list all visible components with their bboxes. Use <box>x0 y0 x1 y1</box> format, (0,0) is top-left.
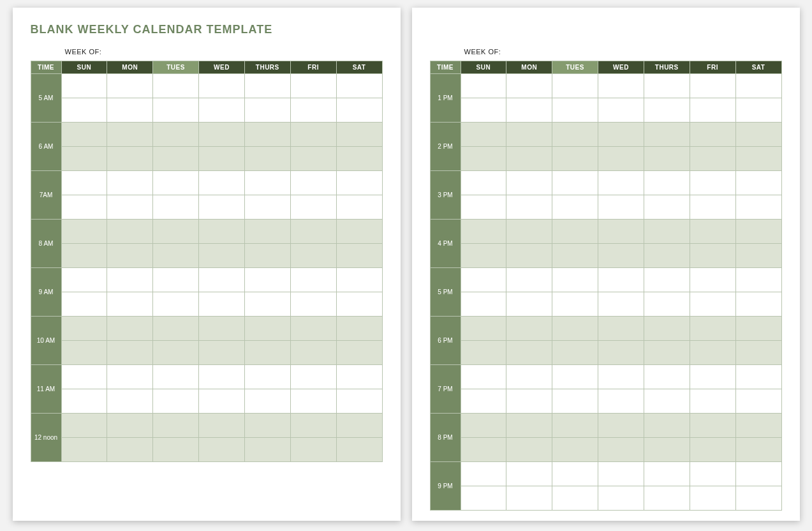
slot[interactable] <box>199 220 245 244</box>
slot[interactable] <box>506 244 552 268</box>
slot[interactable] <box>61 292 107 317</box>
slot[interactable] <box>61 195 107 220</box>
slot[interactable] <box>244 438 290 462</box>
slot[interactable] <box>690 414 735 438</box>
slot[interactable] <box>290 389 336 414</box>
slot[interactable] <box>336 292 382 317</box>
slot[interactable] <box>506 341 552 365</box>
slot[interactable] <box>153 195 199 220</box>
slot[interactable] <box>461 486 506 511</box>
slot[interactable] <box>598 292 644 317</box>
slot[interactable] <box>598 220 644 244</box>
slot[interactable] <box>598 98 644 123</box>
slot[interactable] <box>690 98 735 123</box>
slot[interactable] <box>199 147 245 171</box>
slot[interactable] <box>644 171 690 195</box>
slot[interactable] <box>461 268 506 292</box>
slot[interactable] <box>153 438 199 462</box>
slot[interactable] <box>690 317 735 341</box>
slot[interactable] <box>107 341 153 365</box>
slot[interactable] <box>552 195 598 220</box>
slot[interactable] <box>290 365 336 389</box>
slot[interactable] <box>461 317 506 341</box>
slot[interactable] <box>552 389 598 414</box>
slot[interactable] <box>107 74 153 98</box>
slot[interactable] <box>506 147 552 171</box>
slot[interactable] <box>107 171 153 195</box>
slot[interactable] <box>644 414 690 438</box>
slot[interactable] <box>461 147 506 171</box>
slot[interactable] <box>552 365 598 389</box>
slot[interactable] <box>461 220 506 244</box>
slot[interactable] <box>735 389 781 414</box>
slot[interactable] <box>153 147 199 171</box>
slot[interactable] <box>506 414 552 438</box>
slot[interactable] <box>153 220 199 244</box>
slot[interactable] <box>199 365 245 389</box>
slot[interactable] <box>552 438 598 462</box>
slot[interactable] <box>61 74 107 98</box>
slot[interactable] <box>506 292 552 317</box>
slot[interactable] <box>690 123 735 147</box>
slot[interactable] <box>598 341 644 365</box>
slot[interactable] <box>690 292 735 317</box>
slot[interactable] <box>107 195 153 220</box>
slot[interactable] <box>598 268 644 292</box>
slot[interactable] <box>61 414 107 438</box>
slot[interactable] <box>107 244 153 268</box>
slot[interactable] <box>461 438 506 462</box>
slot[interactable] <box>107 414 153 438</box>
slot[interactable] <box>61 341 107 365</box>
slot[interactable] <box>61 268 107 292</box>
slot[interactable] <box>336 244 382 268</box>
slot[interactable] <box>290 292 336 317</box>
slot[interactable] <box>336 195 382 220</box>
slot[interactable] <box>690 438 735 462</box>
slot[interactable] <box>61 438 107 462</box>
slot[interactable] <box>290 341 336 365</box>
slot[interactable] <box>107 438 153 462</box>
slot[interactable] <box>336 220 382 244</box>
slot[interactable] <box>336 74 382 98</box>
slot[interactable] <box>61 123 107 147</box>
slot[interactable] <box>153 123 199 147</box>
slot[interactable] <box>552 268 598 292</box>
slot[interactable] <box>199 244 245 268</box>
slot[interactable] <box>552 486 598 511</box>
slot[interactable] <box>690 171 735 195</box>
slot[interactable] <box>61 171 107 195</box>
slot[interactable] <box>461 195 506 220</box>
slot[interactable] <box>107 98 153 123</box>
slot[interactable] <box>244 414 290 438</box>
slot[interactable] <box>690 462 735 486</box>
slot[interactable] <box>61 389 107 414</box>
slot[interactable] <box>735 292 781 317</box>
slot[interactable] <box>506 317 552 341</box>
slot[interactable] <box>153 341 199 365</box>
slot[interactable] <box>461 389 506 414</box>
slot[interactable] <box>461 244 506 268</box>
slot[interactable] <box>461 171 506 195</box>
slot[interactable] <box>552 98 598 123</box>
slot[interactable] <box>336 414 382 438</box>
slot[interactable] <box>735 486 781 511</box>
slot[interactable] <box>644 462 690 486</box>
slot[interactable] <box>735 317 781 341</box>
slot[interactable] <box>199 389 245 414</box>
slot[interactable] <box>506 123 552 147</box>
slot[interactable] <box>107 268 153 292</box>
slot[interactable] <box>336 268 382 292</box>
slot[interactable] <box>735 147 781 171</box>
slot[interactable] <box>461 341 506 365</box>
slot[interactable] <box>336 341 382 365</box>
slot[interactable] <box>153 171 199 195</box>
slot[interactable] <box>461 74 506 98</box>
slot[interactable] <box>61 98 107 123</box>
slot[interactable] <box>598 462 644 486</box>
slot[interactable] <box>552 292 598 317</box>
slot[interactable] <box>690 486 735 511</box>
slot[interactable] <box>244 341 290 365</box>
slot[interactable] <box>153 317 199 341</box>
slot[interactable] <box>461 414 506 438</box>
slot[interactable] <box>506 220 552 244</box>
